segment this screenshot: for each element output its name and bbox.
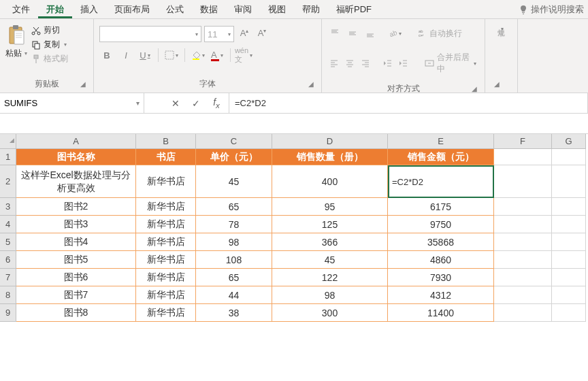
insert-function-button[interactable]: fx (207, 95, 226, 112)
menu-review[interactable]: 审阅 (226, 1, 260, 18)
col-header-D[interactable]: D (272, 134, 388, 149)
menu-view[interactable]: 视图 (260, 1, 294, 18)
menu-file[interactable]: 文件 (4, 1, 38, 18)
cell-E3[interactable]: 6175 (388, 198, 494, 216)
align-top-button[interactable] (327, 26, 342, 41)
row-header-3[interactable]: 3 (0, 198, 16, 216)
align-middle-button[interactable] (345, 26, 360, 41)
align-bottom-button[interactable] (363, 26, 378, 41)
cell-B3[interactable]: 新华书店 (136, 198, 196, 216)
font-color-button[interactable]: A▾ (210, 48, 225, 63)
cell-C5[interactable]: 98 (196, 233, 272, 251)
cell-C7[interactable]: 65 (196, 269, 272, 286)
col-header-A[interactable]: A (16, 134, 136, 149)
cell-A5[interactable]: 图书4 (16, 233, 136, 251)
row-header-5[interactable]: 5 (0, 233, 16, 251)
cell-B4[interactable]: 新华书店 (136, 216, 196, 233)
dialog-launcher-icon[interactable]: ◢ (78, 80, 88, 90)
table-header-cell[interactable]: 图书名称 (16, 149, 136, 165)
cell-E4[interactable]: 9750 (388, 216, 494, 233)
paste-button[interactable]: 粘贴▾ (5, 22, 27, 59)
phonetic-button[interactable]: wén文▾ (236, 48, 251, 63)
cell-C2[interactable]: 45 (196, 165, 272, 198)
cell-D2[interactable]: 400 (272, 165, 388, 198)
cell-G4[interactable] (552, 216, 586, 233)
row-header-9[interactable]: 9 (0, 304, 16, 322)
font-size-combo[interactable]: 11▾ (204, 26, 234, 42)
chevron-down-icon[interactable]: ▾ (132, 99, 144, 107)
cell-A2[interactable]: 这样学Excel数据处理与分析更高效 (16, 165, 136, 198)
menu-foxit-pdf[interactable]: 福昕PDF (328, 1, 380, 18)
table-header-cell[interactable]: 单价（元） (196, 149, 272, 165)
cell-C3[interactable]: 65 (196, 198, 272, 216)
cell-E7[interactable]: 7930 (388, 269, 494, 286)
row-header-8[interactable]: 8 (0, 286, 16, 304)
name-box-input[interactable] (0, 96, 132, 111)
cell-D6[interactable]: 45 (272, 251, 388, 269)
cell-G3[interactable] (552, 198, 586, 216)
cell-G2[interactable] (552, 165, 586, 198)
select-all-corner[interactable]: ◢ (0, 134, 16, 149)
cell-A9[interactable]: 图书8 (16, 304, 136, 322)
row-header-7[interactable]: 7 (0, 269, 16, 286)
border-button[interactable]: ▾ (164, 48, 179, 63)
merge-center-button[interactable]: 合并后居中▾ (422, 50, 479, 76)
cell-E8[interactable]: 4312 (388, 286, 494, 304)
align-right-button[interactable] (359, 56, 372, 71)
cell-F1[interactable] (494, 149, 552, 165)
wrap-text-button[interactable]: abc↵自动换行 (414, 27, 465, 41)
cell-A6[interactable]: 图书5 (16, 251, 136, 269)
cell-A8[interactable]: 图书7 (16, 286, 136, 304)
name-box[interactable]: ▾ (0, 93, 144, 113)
font-name-combo[interactable]: ▾ (99, 26, 201, 42)
menu-formulas[interactable]: 公式 (158, 1, 192, 18)
fill-color-button[interactable]: ▾ (191, 48, 206, 63)
col-header-G[interactable]: G (552, 134, 586, 149)
cell-D5[interactable]: 366 (272, 233, 388, 251)
cell-D4[interactable]: 125 (272, 216, 388, 233)
cell-F9[interactable] (494, 304, 552, 322)
cell-G1[interactable] (552, 149, 586, 165)
dialog-launcher-icon[interactable]: ◢ (306, 80, 316, 90)
cell-D9[interactable]: 300 (272, 304, 388, 322)
col-header-B[interactable]: B (136, 134, 196, 149)
table-header-cell[interactable]: 销售金额（元） (388, 149, 494, 165)
menu-home[interactable]: 开始 (38, 1, 72, 18)
cell-G9[interactable] (552, 304, 586, 322)
row-header-1[interactable]: 1 (0, 149, 16, 165)
cell-E6[interactable]: 4860 (388, 251, 494, 269)
cell-F2[interactable] (494, 165, 552, 198)
italic-button[interactable]: I (118, 48, 133, 63)
row-header-6[interactable]: 6 (0, 251, 16, 269)
increase-indent-button[interactable] (397, 56, 410, 71)
cell-B6[interactable]: 新华书店 (136, 251, 196, 269)
copy-button[interactable]: 复制 ▾ (31, 39, 68, 50)
align-left-button[interactable] (327, 56, 340, 71)
cell-C6[interactable]: 108 (196, 251, 272, 269)
cut-button[interactable]: 剪切 (31, 24, 68, 36)
tell-me[interactable]: 操作说明搜索 (519, 3, 584, 16)
cell-F8[interactable] (494, 286, 552, 304)
col-header-E[interactable]: E (388, 134, 494, 149)
cell-D7[interactable]: 122 (272, 269, 388, 286)
menu-data[interactable]: 数据 (192, 1, 226, 18)
cell-A4[interactable]: 图书3 (16, 216, 136, 233)
decrease-indent-button[interactable] (381, 56, 394, 71)
cell-G7[interactable] (552, 269, 586, 286)
table-header-cell[interactable]: 销售数量（册） (272, 149, 388, 165)
cell-F6[interactable] (494, 251, 552, 269)
table-header-cell[interactable]: 书店 (136, 149, 196, 165)
cell-D8[interactable]: 98 (272, 286, 388, 304)
cell-E2-active[interactable]: =C2*D2 (388, 165, 494, 198)
cell-F4[interactable] (494, 216, 552, 233)
dialog-launcher-icon[interactable]: ◢ (470, 85, 479, 95)
cell-G8[interactable] (552, 286, 586, 304)
format-painter-button[interactable]: 格式刷 (31, 53, 68, 65)
orientation-button[interactable]: ab▾ (387, 26, 402, 41)
cell-E9[interactable]: 11400 (388, 304, 494, 322)
cell-B8[interactable]: 新华书店 (136, 286, 196, 304)
bold-button[interactable]: B (99, 48, 114, 63)
cell-A3[interactable]: 图书2 (16, 198, 136, 216)
cell-F3[interactable] (494, 198, 552, 216)
cell-B9[interactable]: 新华书店 (136, 304, 196, 322)
